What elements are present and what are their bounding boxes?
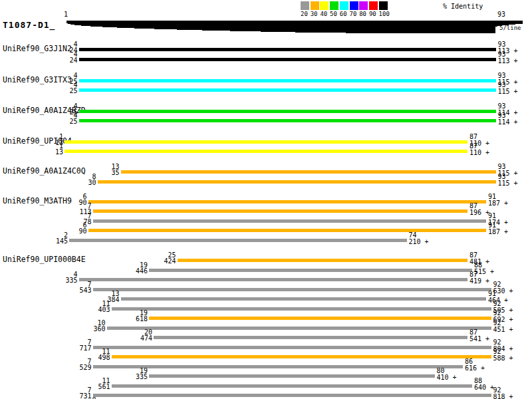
hit-start-num: 13 bbox=[23, 149, 63, 156]
hit-end-num: 588 + bbox=[493, 355, 513, 362]
alignment-bar bbox=[93, 394, 491, 397]
alignment-bar bbox=[107, 327, 491, 330]
legend-tick-60: 60 bbox=[340, 11, 347, 17]
legend-tick-100: 100 bbox=[379, 11, 390, 17]
legend-tick-50: 50 bbox=[330, 11, 337, 17]
alignment-bar bbox=[79, 119, 496, 122]
alignment-bar bbox=[79, 88, 496, 92]
query-end-num: 93 bbox=[498, 51, 506, 58]
legend-swatch-60 bbox=[340, 1, 348, 10]
alignment-bar bbox=[112, 355, 491, 358]
alignment-bar bbox=[154, 336, 467, 339]
alignment-bar bbox=[149, 269, 472, 272]
hit-end-num: 210 + bbox=[409, 239, 429, 245]
alignment-bar bbox=[93, 209, 468, 213]
alignment-coverage-plot: T1087-D1_ 1 93 5/line % Identity 2030405… bbox=[0, 0, 532, 399]
query-end-num: 91 bbox=[488, 213, 496, 219]
query-start-num: 8 bbox=[57, 397, 96, 399]
query-end-num: 91 bbox=[488, 194, 496, 200]
legend-tick-40: 40 bbox=[320, 11, 327, 17]
axis-start-label: 1 bbox=[64, 11, 68, 18]
hit-end-num: 541 + bbox=[469, 336, 489, 342]
hit-end-num: 410 + bbox=[437, 374, 457, 381]
query-end-num: 74 bbox=[409, 232, 417, 239]
legend-tick-30: 30 bbox=[311, 11, 318, 17]
legend-tick-90: 90 bbox=[369, 11, 376, 17]
target-title: T1087-D1_ bbox=[3, 21, 55, 29]
hit-start-num: 30 bbox=[57, 180, 96, 186]
hit-start-num: 25 bbox=[38, 118, 78, 125]
query-end-num: 93 bbox=[498, 174, 506, 180]
legend-swatch-40 bbox=[320, 1, 329, 10]
legend-swatch-30 bbox=[311, 1, 319, 10]
axis-end-label: 93 bbox=[497, 11, 505, 18]
hit-end-num: 115 + bbox=[498, 180, 518, 187]
hit-end-num: 616 + bbox=[465, 365, 485, 372]
hit-start-num: 335 bbox=[108, 374, 148, 380]
query-end-num: 93 bbox=[498, 103, 506, 110]
query-end-num: 92 bbox=[493, 320, 501, 327]
alignment-bar bbox=[178, 259, 468, 262]
alignment-bar bbox=[93, 288, 491, 291]
hit-start-num: 474 bbox=[112, 335, 152, 342]
alignment-bar bbox=[149, 317, 491, 320]
legend-swatch-50 bbox=[330, 1, 338, 10]
legend-swatch-80 bbox=[359, 1, 368, 10]
hits-per-line-label: 5/line bbox=[499, 25, 521, 31]
hit-end-num: 110 + bbox=[469, 150, 489, 156]
hit-start-num: 360 bbox=[66, 326, 106, 332]
alignment-bar bbox=[93, 346, 491, 349]
alignment-bar bbox=[112, 307, 491, 311]
query-end-num: 93 bbox=[498, 72, 506, 79]
hit-end-num: 187 + bbox=[488, 200, 508, 207]
hit-start-num: 25 bbox=[38, 88, 78, 94]
hit-start-num: 145 bbox=[28, 238, 68, 245]
identity-legend: 2030405060708090100 bbox=[301, 1, 394, 17]
legend-swatch-90 bbox=[369, 1, 378, 10]
hit-start-num: 529 bbox=[52, 364, 92, 371]
legend-tick-80: 80 bbox=[359, 11, 366, 17]
alignment-bar bbox=[98, 180, 496, 184]
hit-start-num: 24 bbox=[38, 57, 78, 64]
alignment-bar bbox=[79, 110, 496, 113]
alignment-bar bbox=[121, 297, 487, 301]
alignment-bar bbox=[93, 365, 464, 368]
alignment-bar bbox=[79, 79, 496, 82]
coverage-line bbox=[346, 33, 495, 33]
query-end-num: 88 bbox=[474, 378, 482, 384]
hit-end-num: 451 + bbox=[493, 327, 513, 333]
legend-tick-70: 70 bbox=[350, 11, 357, 17]
hit-label: UniRef90_UPI000B4E bbox=[3, 256, 86, 263]
query-end-num: 92 bbox=[493, 281, 501, 288]
alignment-bar bbox=[65, 150, 467, 153]
hit-end-num: 187 + bbox=[488, 229, 508, 235]
legend-tick-20: 20 bbox=[301, 11, 308, 17]
query-end-num: 88 bbox=[474, 262, 482, 269]
hit-start-num: 618 bbox=[108, 316, 148, 323]
hit-start-num: 446 bbox=[108, 268, 148, 275]
legend-title: % Identity bbox=[443, 3, 483, 10]
hit-end-num: 818 + bbox=[493, 394, 513, 399]
legend-swatch-70 bbox=[350, 1, 358, 10]
legend-swatch-100 bbox=[379, 1, 388, 10]
alignment-bar bbox=[149, 374, 435, 378]
query-end-num: 92 bbox=[493, 339, 501, 346]
alignment-bar bbox=[79, 58, 496, 61]
hit-end-num: 114 + bbox=[498, 119, 518, 126]
alignment-bar bbox=[88, 200, 487, 203]
hit-end-num: 113 + bbox=[498, 58, 518, 65]
alignment-bar bbox=[79, 278, 468, 281]
alignment-bar bbox=[88, 229, 487, 232]
hit-end-num: 115 + bbox=[498, 88, 518, 95]
alignment-bar bbox=[79, 48, 496, 51]
alignment-bar bbox=[112, 384, 473, 388]
query-end-num: 87 bbox=[469, 134, 477, 140]
alignment-bar bbox=[93, 219, 487, 223]
legend-swatch-20 bbox=[301, 1, 309, 10]
hit-end-num: 419 + bbox=[469, 278, 489, 285]
hit-start-num: 403 bbox=[70, 307, 110, 313]
alignment-bar bbox=[69, 239, 407, 242]
hit-end-num: 196 + bbox=[469, 209, 489, 216]
alignment-bar bbox=[121, 170, 496, 174]
hit-end-num: 640 + bbox=[474, 384, 494, 391]
